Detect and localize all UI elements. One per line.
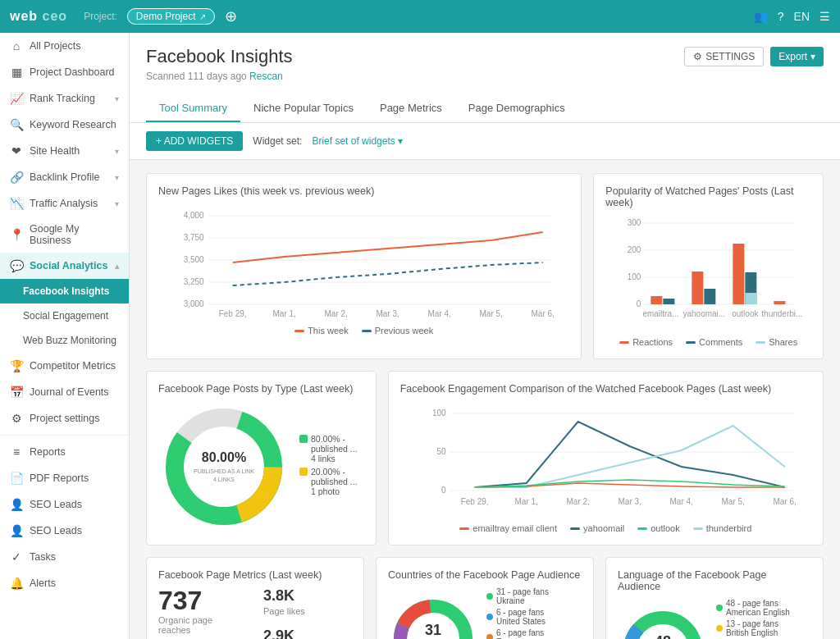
tab-page-demographics[interactable]: Page Demographics — [455, 95, 578, 122]
popularity-watched-card: Popularity of Watched Pages' Posts (Last… — [593, 173, 824, 359]
settings-button[interactable]: ⚙ SETTINGS — [684, 47, 764, 66]
sidebar-item-backlink-profile[interactable]: 🔗 Backlink Profile ▾ — [0, 164, 129, 190]
language-svg: 48 PAGE FANS AMERICAN ENGLISH — [618, 605, 708, 640]
new-page-likes-card: New Pages Likes (this week vs. previous … — [146, 173, 582, 359]
sidebar-item-social-engagement[interactable]: Social Engagement — [0, 304, 129, 328]
this-week-line — [233, 232, 543, 262]
widget-set-value[interactable]: Brief set of widgets ▾ — [312, 135, 403, 147]
sidebar-item-competitor-metrics[interactable]: 🏆 Competitor Metrics — [0, 353, 129, 379]
language-legend: 48 - page fansAmerican English 13 - page… — [716, 599, 790, 639]
donut-legend-green: 80.00% - published ...4 links — [299, 434, 364, 463]
new-page-likes-title: New Pages Likes (this week vs. previous … — [158, 185, 569, 197]
sidebar-item-facebook-insights[interactable]: Facebook Insights — [0, 279, 129, 304]
yellow-dot — [299, 468, 308, 476]
sidebar-item-google-my-business[interactable]: 📍 Google My Business — [0, 217, 129, 253]
sidebar-item-journal-events[interactable]: 📅 Journal of Events — [0, 379, 129, 405]
chevron-down-icon: ▾ — [810, 51, 815, 62]
thunderbird-line — [474, 426, 784, 487]
svg-text:3,500: 3,500 — [184, 255, 204, 264]
language-donut-container: 48 PAGE FANS AMERICAN ENGLISH 48 - page … — [618, 599, 811, 639]
svg-text:Mar 4,: Mar 4, — [669, 497, 692, 506]
metric-col-left: 737 Organic page reaches 8 Page negative… — [158, 587, 247, 639]
language-selector[interactable]: EN — [794, 10, 810, 23]
gmb-icon: 📍 — [10, 228, 23, 241]
countries-donut: 31 PAGE FANS UKRAINE — [388, 594, 478, 640]
users-icon[interactable]: 👥 — [754, 10, 768, 23]
svg-text:200: 200 — [628, 245, 641, 254]
page-likes-label: Page likes — [263, 606, 352, 616]
backlink-icon: 🔗 — [10, 171, 23, 184]
this-week-dot — [294, 330, 304, 332]
sidebar-item-traffic-analysis[interactable]: 📉 Traffic Analysis ▾ — [0, 190, 129, 217]
tasks-icon: ✓ — [10, 550, 23, 564]
organic-reaches-label: Organic page reaches — [158, 615, 247, 635]
bar-outlook-shares — [746, 293, 757, 304]
sidebar-item-project-dashboard[interactable]: ▦ Project Dashboard — [0, 59, 129, 85]
gear-icon: ⚙ — [693, 51, 702, 62]
sidebar-item-site-health[interactable]: ❤ Site Health ▾ — [0, 138, 129, 164]
tab-tool-summary[interactable]: Tool Summary — [146, 95, 240, 122]
organic-reaches-value: 737 — [158, 587, 247, 614]
svg-text:Mar 5,: Mar 5, — [721, 497, 744, 506]
sidebar-item-seo-leads-1[interactable]: 👤 SEO Leads — [0, 491, 129, 518]
sidebar-item-seo-leads-2[interactable]: 👤 SEO Leads — [0, 518, 129, 544]
sidebar-item-reports[interactable]: ≡ Reports — [0, 439, 129, 465]
page-likes-value: 3.8K — [263, 587, 352, 605]
egypt-dot — [486, 634, 493, 639]
svg-text:yahoomai...: yahoomai... — [683, 309, 726, 318]
row-charts-mid: Facebook Page Posts by Type (Last week) … — [146, 371, 824, 545]
chevron-icon: ▾ — [115, 147, 119, 156]
svg-text:Mar 2,: Mar 2, — [324, 309, 347, 318]
sidebar-item-tasks[interactable]: ✓ Tasks — [0, 544, 129, 570]
keyword-icon: 🔍 — [10, 118, 23, 131]
svg-text:Mar 1,: Mar 1, — [272, 309, 295, 318]
svg-text:100: 100 — [432, 409, 446, 418]
emailtray-dot — [459, 527, 469, 530]
chevron-icon: ▾ — [115, 199, 119, 208]
svg-text:thunderbi...: thunderbi... — [762, 309, 803, 318]
pdf-icon: 📄 — [10, 472, 23, 485]
main-layout: ⌂ All Projects ▦ Project Dashboard 📈 Ran… — [0, 33, 840, 639]
svg-text:emailtra...: emailtra... — [643, 309, 679, 318]
engagement-comparison-title: Facebook Engagement Comparison of the Wa… — [400, 383, 811, 395]
add-widgets-button[interactable]: + ADD WIDGETS — [146, 131, 243, 151]
svg-text:50: 50 — [436, 447, 446, 456]
svg-text:Mar 3,: Mar 3, — [376, 309, 399, 318]
project-tag[interactable]: Demo Project ↗ — [127, 8, 215, 25]
bre-dot — [716, 625, 723, 632]
page-reactions-metric: 2.9K Page reactions — [263, 628, 352, 639]
home-icon: ⌂ — [10, 39, 23, 52]
page-title: Facebook Insights — [146, 46, 293, 67]
sidebar-item-alerts[interactable]: 🔔 Alerts — [0, 570, 129, 596]
bar-outlook-reactions — [733, 244, 745, 304]
chevron-icon: ▾ — [115, 94, 119, 103]
shares-dot — [756, 341, 765, 344]
svg-text:3,250: 3,250 — [184, 277, 204, 286]
add-project-icon[interactable]: ⊕ — [225, 7, 237, 25]
this-week-legend: This week — [294, 326, 349, 335]
thunderbird-legend: thunderbird — [693, 523, 752, 533]
page-likes-metric: 3.8K Page likes — [263, 587, 352, 616]
us-dot — [486, 614, 493, 620]
bar-yahoo-reactions — [692, 272, 704, 304]
tab-niche-popular-topics[interactable]: Niche Popular Topics — [240, 95, 367, 122]
export-button[interactable]: Export ▾ — [770, 47, 824, 66]
tab-page-metrics[interactable]: Page Metrics — [367, 95, 455, 122]
svg-text:Mar 3,: Mar 3, — [618, 497, 641, 506]
sidebar-item-keyword-research[interactable]: 🔍 Keyword Research — [0, 112, 129, 138]
sidebar-item-project-settings[interactable]: ⚙ Project settings — [0, 405, 129, 431]
top-nav: web ceo Project: Demo Project ↗ ⊕ 👥 ? EN… — [0, 0, 840, 33]
page-title-row: Facebook Insights ⚙ SETTINGS Export ▾ — [146, 46, 824, 67]
svg-text:4 LINKS: 4 LINKS — [213, 477, 235, 482]
widget-set-label: Widget set: — [253, 135, 302, 147]
svg-text:Feb 29,: Feb 29, — [460, 497, 488, 506]
sidebar-item-rank-tracking[interactable]: 📈 Rank Tracking ▾ — [0, 85, 129, 112]
help-icon[interactable]: ? — [778, 10, 784, 23]
rescan-link[interactable]: Rescan — [249, 71, 283, 82]
sidebar-item-pdf-reports[interactable]: 📄 PDF Reports — [0, 465, 129, 491]
sidebar-item-social-analytics[interactable]: 💬 Social Analytics ▴ — [0, 253, 129, 279]
menu-icon[interactable]: ☰ — [819, 10, 830, 23]
sidebar-item-web-buzz[interactable]: Web Buzz Monitoring — [0, 328, 129, 353]
egypt-item: 6 - page fansEgypt — [486, 628, 555, 639]
sidebar-item-all-projects[interactable]: ⌂ All Projects — [0, 33, 129, 59]
